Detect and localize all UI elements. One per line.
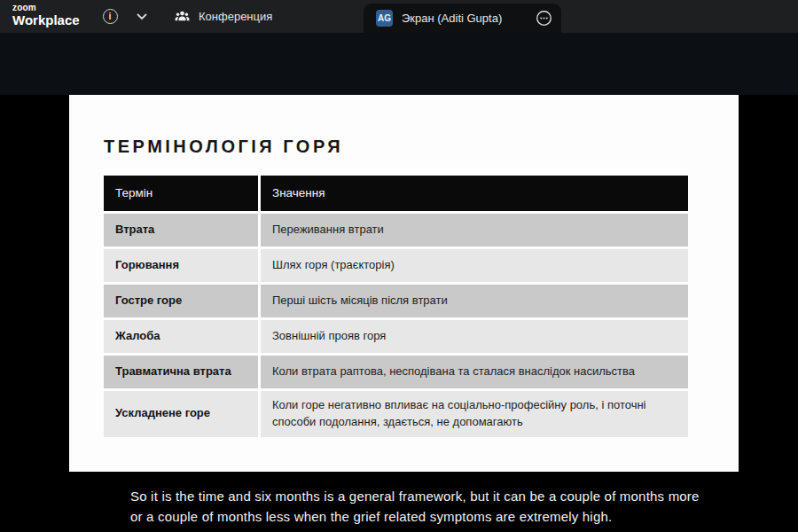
tab-options-button[interactable] [536,10,552,27]
shared-screen-slide: ТЕРМІНОЛОГІЯ ГОРЯ Термін Значення Втрата… [69,95,739,472]
terminology-table: Термін Значення ВтратаПереживання втрати… [104,176,688,437]
table-cell-term: Ускладнене горе [104,391,258,437]
info-icon: i [103,9,118,24]
zoom-workplace-logo: zoom Workplace [12,4,80,27]
collapse-toolbar-button[interactable] [131,0,153,33]
table-cell-meaning: Коли горе негативно впливає на соціально… [261,391,688,437]
meeting-info-button[interactable]: i [99,0,121,33]
table-header-meaning: Значення [261,176,688,211]
table-cell-term: Втрата [104,214,258,246]
chevron-down-icon [137,13,147,20]
table-cell-meaning: Перші шість місяців після втрати [261,285,688,317]
table-cell-term: Гостре горе [104,285,258,317]
caption-line-1: So it is the time and six months is a ge… [130,487,700,507]
tab-screen-share[interactable]: AG Экран (Aditi Gupta) [364,4,561,33]
table-cell-term: Травматична втрата [104,356,258,388]
stage-top-strip [0,33,798,95]
table-cell-term: Горювання [104,249,258,282]
table-cell-term: Жалоба [104,320,258,353]
table-cell-meaning: Коли втрата раптова, несподівана та стал… [261,356,688,388]
table-cell-meaning: Шлях горя (траєкторія) [261,249,688,282]
closed-captions: So it is the time and six months is a ge… [130,487,700,527]
logo-text-workplace: Workplace [12,13,80,27]
tab-conference-label: Конференция [199,10,272,23]
table-cell-meaning: Переживання втрати [261,214,688,246]
logo-text-zoom: zoom [12,4,80,12]
slide-title: ТЕРМІНОЛОГІЯ ГОРЯ [104,137,343,157]
caption-line-2: or a couple of months less when the grie… [130,507,700,528]
avatar: AG [376,10,393,27]
topbar: zoom Workplace i Конференция AG Экран (A… [0,0,798,33]
people-icon [174,8,191,25]
table-header-term: Термін [104,176,258,211]
zoom-workplace-window: { "topbar": { "logo_line1": "zoom", "log… [0,0,798,532]
table-cell-meaning: Зовнішній прояв горя [261,320,688,353]
tab-screen-share-label: Экран (Aditi Gupta) [402,12,530,25]
tab-conference[interactable]: Конференция [165,0,281,33]
